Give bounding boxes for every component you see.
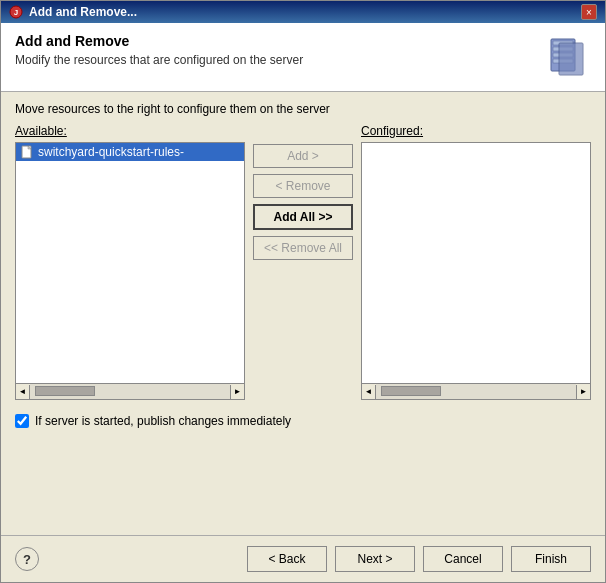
scroll-thumb[interactable] [35,386,95,396]
header-icon [543,33,591,81]
scroll-right-arrow[interactable]: ► [230,385,244,399]
available-label: Available: [15,124,245,138]
app-icon: J [9,5,23,19]
close-button[interactable]: × [581,4,597,20]
available-item-text: switchyard-quickstart-rules- [38,145,184,159]
footer-bar: ? < Back Next > Cancel Finish [1,535,605,582]
middle-buttons: Add > < Remove Add All >> << Remove All [245,124,361,384]
finish-button[interactable]: Finish [511,546,591,572]
middle-spacer [245,384,361,400]
lists-area: Available: switchyard-quickstart-rules- [15,124,591,384]
available-list[interactable]: switchyard-quickstart-rules- [15,142,245,384]
scroll-track[interactable] [30,384,230,400]
header-text: Add and Remove Modify the resources that… [15,33,543,67]
spacer [1,442,605,535]
available-section: Available: switchyard-quickstart-rules- [15,124,245,384]
main-content: Move resources to the right to configure… [1,92,605,442]
publish-label[interactable]: If server is started, publish changes im… [35,414,291,428]
configured-list[interactable] [361,142,591,384]
available-scrollbar[interactable]: ◄ ► [15,384,245,400]
configured-scroll-track[interactable] [376,384,576,400]
configured-scroll-thumb[interactable] [381,386,441,396]
svg-rect-7 [559,43,583,75]
add-all-button[interactable]: Add All >> [253,204,353,230]
svg-text:J: J [14,8,18,17]
configured-scroll-left-arrow[interactable]: ◄ [362,385,376,399]
dialog: J Add and Remove... × Add and Remove Mod… [0,0,606,583]
remove-button[interactable]: < Remove [253,174,353,198]
footer-left: ? [15,547,39,571]
list-item[interactable]: switchyard-quickstart-rules- [16,143,244,161]
configured-scrollbar[interactable]: ◄ ► [361,384,591,400]
configured-section: Configured: [361,124,591,384]
scroll-left-arrow[interactable]: ◄ [16,385,30,399]
title-bar-left: J Add and Remove... [9,5,137,19]
title-bar: J Add and Remove... × [1,1,605,23]
remove-all-button[interactable]: << Remove All [253,236,353,260]
help-button[interactable]: ? [15,547,39,571]
cancel-button[interactable]: Cancel [423,546,503,572]
next-button[interactable]: Next > [335,546,415,572]
back-button[interactable]: < Back [247,546,327,572]
configured-scroll-right-arrow[interactable]: ► [576,385,590,399]
instruction-text: Move resources to the right to configure… [15,102,591,116]
scrollbars-row: ◄ ► ◄ ► [15,384,591,400]
header-section: Add and Remove Modify the resources that… [1,23,605,92]
file-icon [20,145,34,159]
add-button[interactable]: Add > [253,144,353,168]
publish-checkbox[interactable] [15,414,29,428]
dialog-title: Add and Remove... [29,5,137,19]
checkbox-row: If server is started, publish changes im… [15,410,591,432]
header-title: Add and Remove [15,33,543,49]
footer-buttons: < Back Next > Cancel Finish [247,546,591,572]
header-subtitle: Modify the resources that are configured… [15,53,543,67]
configured-label: Configured: [361,124,591,138]
